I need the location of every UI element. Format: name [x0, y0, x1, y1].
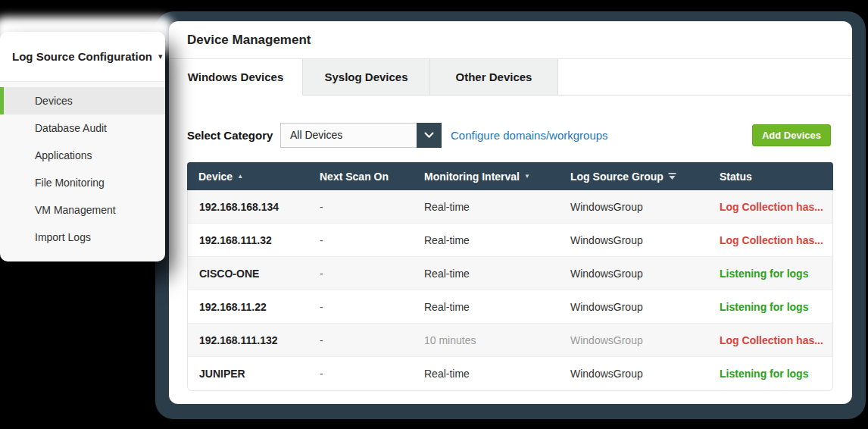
sidebar-menu: Devices Database Audit Applications File… [0, 82, 165, 251]
device-cell: JUNIPER [188, 368, 308, 380]
column-label: Status [720, 171, 752, 183]
device-cell: 192.168.111.132 [188, 334, 308, 346]
table-row[interactable]: 192.168.111.132 - 10 minutes WindowsGrou… [188, 324, 832, 357]
tab-windows-devices[interactable]: Windows Devices [169, 59, 303, 96]
device-cell: CISCO-ONE [188, 268, 308, 280]
interval-cell: Real-time [413, 234, 559, 246]
group-cell: WindowsGroup [559, 301, 708, 313]
interval-cell: 10 minutes [413, 334, 559, 346]
column-header-log-source-group[interactable]: Log Source Group [559, 171, 708, 183]
table-row[interactable]: CISCO-ONE - Real-time WindowsGroup Liste… [188, 257, 832, 290]
tab-other-devices[interactable]: Other Devices [430, 59, 558, 96]
device-cell: 192.168.11.22 [188, 301, 308, 313]
devices-table: Device ▲ Next Scan On Monitoring Interva… [187, 162, 833, 391]
sidebar: Log Source Configuration ▾ Devices Datab… [0, 32, 165, 261]
chevron-down-icon[interactable] [417, 123, 442, 148]
table-row[interactable]: 192.168.168.134 - Real-time WindowsGroup… [188, 190, 832, 224]
device-cell: 192.168.168.134 [188, 201, 308, 213]
sidebar-item-label: File Monitoring [35, 177, 105, 189]
tab-bar: Windows Devices Syslog Devices Other Dev… [169, 59, 852, 96]
sidebar-item-label: Import Logs [35, 231, 91, 243]
status-text[interactable]: Log Collection has... [708, 234, 832, 246]
column-header-monitoring-interval[interactable]: Monitoring Interval ▼ [413, 171, 559, 183]
configure-domains-link[interactable]: Configure domains/workgroups [451, 123, 608, 148]
status-text: Listening for logs [708, 268, 832, 280]
category-select[interactable]: All Devices [280, 123, 442, 148]
next-scan-cell: - [308, 268, 413, 280]
sidebar-item-label: Applications [35, 149, 92, 161]
sidebar-item-label: VM Management [35, 204, 116, 216]
column-header-device[interactable]: Device ▲ [187, 171, 308, 183]
sidebar-item-applications[interactable]: Applications [0, 142, 165, 169]
table-row[interactable]: 192.168.111.32 - Real-time WindowsGroup … [188, 224, 832, 257]
column-label: Monitoring Interval [424, 171, 520, 183]
status-text: Listening for logs [708, 301, 832, 313]
table-body: 192.168.168.134 - Real-time WindowsGroup… [187, 190, 833, 391]
caret-down-icon: ▾ [158, 52, 163, 61]
sidebar-item-label: Database Audit [35, 122, 107, 134]
next-scan-cell: - [308, 334, 413, 346]
status-text[interactable]: Log Collection has... [708, 201, 832, 213]
next-scan-cell: - [308, 234, 413, 246]
status-text[interactable]: Log Collection has... [708, 334, 832, 346]
next-scan-cell: - [308, 201, 413, 213]
table-row[interactable]: JUNIPER - Real-time WindowsGroup Listeni… [188, 357, 832, 390]
filter-icon[interactable] [668, 171, 676, 183]
sort-asc-icon: ▲ [237, 173, 243, 180]
window-frame: Device Management Windows Devices Syslog… [155, 11, 866, 419]
sidebar-item-vm-management[interactable]: VM Management [0, 196, 165, 224]
column-header-status[interactable]: Status [708, 171, 833, 183]
next-scan-cell: - [308, 301, 413, 313]
interval-cell: Real-time [413, 201, 559, 213]
column-label: Next Scan On [320, 171, 389, 183]
column-label: Device [198, 171, 233, 183]
table-header-row: Device ▲ Next Scan On Monitoring Interva… [187, 162, 833, 190]
log-source-config-dropdown[interactable]: Log Source Configuration ▾ [0, 32, 165, 82]
tab-bar-filler [558, 59, 852, 96]
table-row[interactable]: 192.168.11.22 - Real-time WindowsGroup L… [188, 290, 832, 324]
interval-cell: Real-time [413, 368, 559, 380]
status-text: Listening for logs [708, 368, 832, 380]
sort-desc-icon: ▼ [524, 173, 530, 180]
category-select-value: All Devices [290, 124, 342, 147]
sidebar-title: Log Source Configuration [12, 50, 152, 63]
column-header-next-scan[interactable]: Next Scan On [308, 171, 413, 183]
select-category-label: Select Category [187, 123, 273, 148]
group-cell: WindowsGroup [559, 201, 708, 213]
interval-cell: Real-time [413, 301, 559, 313]
sidebar-item-database-audit[interactable]: Database Audit [0, 114, 165, 142]
device-management-panel: Device Management Windows Devices Syslog… [169, 21, 852, 404]
interval-cell: Real-time [413, 268, 559, 280]
sidebar-item-import-logs[interactable]: Import Logs [0, 224, 165, 251]
toolbar: Select Category All Devices Configure do… [169, 123, 852, 148]
device-cell: 192.168.111.32 [188, 234, 308, 246]
page-title: Device Management [187, 21, 311, 59]
group-cell: WindowsGroup [559, 268, 708, 280]
group-cell: WindowsGroup [559, 334, 708, 346]
app-canvas: Device Management Windows Devices Syslog… [0, 0, 868, 429]
sidebar-item-label: Devices [35, 95, 73, 107]
group-cell: WindowsGroup [559, 368, 708, 380]
tab-syslog-devices[interactable]: Syslog Devices [303, 59, 430, 96]
sidebar-item-devices[interactable]: Devices [0, 87, 165, 114]
add-devices-button[interactable]: Add Devices [752, 124, 831, 146]
panel-header: Device Management [169, 21, 852, 59]
active-indicator [0, 87, 4, 114]
sidebar-item-file-monitoring[interactable]: File Monitoring [0, 169, 165, 196]
column-label: Log Source Group [570, 171, 663, 183]
next-scan-cell: - [308, 368, 413, 380]
group-cell: WindowsGroup [559, 234, 708, 246]
